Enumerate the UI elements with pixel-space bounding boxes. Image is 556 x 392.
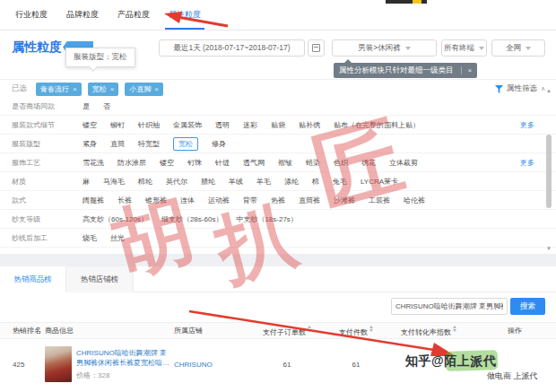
category-dropdown[interactable]: 男装>休闲裤 <box>332 39 437 57</box>
filter-option[interactable]: 中支纱（18s-27s） <box>236 214 297 224</box>
filter-row-label: 纱支等级 <box>0 214 83 224</box>
sort-icon[interactable] <box>308 324 311 334</box>
filter-option[interactable]: 贴布（在完整的面料上贴） <box>334 120 420 130</box>
filter-options: 紧身直筒特宽型宽松修身 <box>83 137 226 151</box>
filter-option[interactable]: 透气网 <box>243 158 265 168</box>
sort-icon[interactable] <box>369 324 373 334</box>
ranking-tab-0[interactable]: 热销商品榜 <box>0 266 66 292</box>
tag-remove-icon[interactable]: × <box>73 85 77 93</box>
filter-option[interactable]: 兔毛 <box>333 177 347 187</box>
filter-option[interactable]: 金属装饰 <box>173 120 202 130</box>
filter-option[interactable]: 长裤 <box>117 196 132 205</box>
sort-icon[interactable] <box>453 324 456 334</box>
filter-option[interactable]: 雪花洗 <box>83 158 104 168</box>
filter-option[interactable]: 涤纶 <box>284 177 299 187</box>
filter-option[interactable]: 阔腿裤 <box>83 196 104 205</box>
filter-option[interactable]: 丝光 <box>110 233 125 243</box>
filter-option[interactable]: 色织 <box>334 158 348 168</box>
filter-option[interactable]: 迷彩 <box>243 120 257 130</box>
filter-option[interactable]: 镂空 <box>160 158 174 168</box>
section-gap <box>0 254 556 266</box>
filter-option[interactable]: 立体裁剪 <box>389 158 418 168</box>
filter-option[interactable]: 高支纱（60s-120s） <box>83 214 148 224</box>
filter-option[interactable]: 沙滩裤 <box>334 196 355 205</box>
table-header-label: 所属店铺 <box>174 327 203 335</box>
nav-tab-2[interactable]: 产品粒度 <box>114 0 153 30</box>
scroll-down-icon[interactable]: ▼ <box>545 246 552 251</box>
filter-option[interactable]: 热裤 <box>271 196 285 205</box>
notice-close-icon[interactable]: × <box>461 66 473 74</box>
filter-option[interactable]: 镂空 <box>83 120 97 130</box>
product-info-cell: CHRISUNO嘻哈街舞潮牌 束男脚裤休闲裤长裤夏宽松嘻哈同款运动裤 价格：32… <box>45 346 174 382</box>
shop-name-link[interactable]: CHRISUNO <box>174 361 213 369</box>
filter-option[interactable]: 锥形裤 <box>145 196 167 205</box>
table-header-cell-4[interactable]: 支付件数 <box>328 324 384 337</box>
selected-tag-1[interactable]: 宽松× <box>88 83 119 96</box>
filter-option[interactable]: 紧身 <box>83 139 97 149</box>
filter-option[interactable]: 绣花 <box>361 158 376 168</box>
filter-option[interactable]: 棉纶 <box>138 177 152 187</box>
table-header-cell-3[interactable]: 支付子订单数 <box>246 324 328 337</box>
selected-tag-2[interactable]: 小直脚× <box>125 83 163 96</box>
filter-option[interactable]: 是 <box>83 101 90 111</box>
filter-option[interactable]: 贴补绣 <box>299 120 320 130</box>
filter-option[interactable]: 哈伦裤 <box>404 196 425 205</box>
filter-option[interactable]: 否 <box>103 101 110 111</box>
nav-tab-3[interactable]: 属性粒度 <box>165 0 204 30</box>
filter-option[interactable]: 马海毛 <box>103 177 125 187</box>
filter-option[interactable]: 直筒 <box>110 139 125 149</box>
product-title-link[interactable]: CHRISUNO嘻哈街舞潮牌 束男脚裤休闲裤长裤夏宽松嘻哈同款运动裤 <box>76 348 171 368</box>
filter-option[interactable]: 烧毛 <box>83 233 97 243</box>
filter-option[interactable]: 宽松 <box>173 137 198 151</box>
selected-tag-0[interactable]: 青春流行× <box>36 83 82 96</box>
filter-option[interactable]: LYCRA莱卡 <box>361 177 398 187</box>
calendar-button[interactable] <box>308 39 325 57</box>
product-thumbnail[interactable] <box>45 346 72 382</box>
panel-scrollbar[interactable]: ▲ ▼ <box>544 88 553 251</box>
filter-option[interactable]: 连体 <box>180 196 195 205</box>
search-button[interactable]: 搜索 <box>510 298 545 315</box>
filter-option[interactable]: 棉 <box>312 177 319 187</box>
ranking-tabbar: 热销商品榜热销店铺榜 <box>0 266 556 292</box>
filter-option[interactable]: 麻 <box>83 177 90 187</box>
filter-option[interactable]: 腈纶 <box>201 177 215 187</box>
nav-tab-1[interactable]: 品牌粒度 <box>63 0 102 30</box>
filter-option[interactable]: 透明 <box>215 120 230 130</box>
filter-option[interactable]: 细支纱（28s-60s） <box>161 214 222 224</box>
filter-option[interactable]: 铆钉 <box>110 120 125 130</box>
filter-option[interactable]: 蜡染 <box>306 158 320 168</box>
filter-option[interactable]: 羊毛 <box>256 177 271 187</box>
ranking-tab-1[interactable]: 热销店铺榜 <box>66 266 134 292</box>
filter-option[interactable]: 钉珠 <box>187 158 202 168</box>
filter-option[interactable]: 背带 <box>243 196 257 205</box>
more-link[interactable]: 更多 <box>520 158 534 168</box>
filter-option[interactable]: 针织袖 <box>138 120 160 130</box>
filter-option[interactable]: 工装裤 <box>369 196 390 205</box>
filter-option[interactable]: 褶皱 <box>278 158 292 168</box>
product-search-input[interactable] <box>391 298 508 315</box>
filter-option[interactable]: 防水涂层 <box>117 158 146 168</box>
filter-toggle[interactable]: 属性筛选 ∧ <box>495 81 545 97</box>
tag-remove-icon[interactable]: × <box>154 85 159 93</box>
tag-remove-icon[interactable]: × <box>110 85 115 93</box>
scroll-thumb[interactable] <box>546 135 552 208</box>
scroll-up-icon[interactable]: ▲ <box>545 88 552 93</box>
filter-option[interactable]: 直筒裤 <box>299 196 320 205</box>
terminal-dropdown[interactable]: 所有终端 <box>441 39 487 57</box>
more-link[interactable]: 更多 <box>520 120 534 130</box>
filter-option[interactable]: 特宽型 <box>138 139 160 149</box>
orders-value: 61 <box>246 361 328 369</box>
filter-option[interactable]: 羊绒 <box>229 177 243 187</box>
filter-option[interactable]: 莫代尔 <box>166 177 187 187</box>
filter-option[interactable]: 运动裤 <box>208 196 230 205</box>
nav-tab-0[interactable]: 行业粒度 <box>12 0 51 30</box>
filter-option[interactable]: 修身 <box>212 139 226 149</box>
table-header-cell-5[interactable]: 支付转化率指数 <box>384 324 473 337</box>
filter-option[interactable]: 针缝 <box>215 158 230 168</box>
filter-options: 雪花洗防水涂层镂空钉珠针缝透气网褶皱蜡染色织绣花立体裁剪 <box>83 158 418 168</box>
network-dropdown[interactable]: 全网 <box>491 39 545 57</box>
filter-option[interactable]: 贴袋 <box>271 120 285 130</box>
date-range-picker[interactable]: 最近1天 (2018-07-17~2018-07-17) <box>159 39 305 57</box>
calendar-icon <box>312 44 320 52</box>
filter-row-1: 服装款式细节镂空铆钉针织袖金属装饰透明迷彩贴袋贴补绣贴布（在完整的面料上贴）更多 <box>0 116 556 135</box>
